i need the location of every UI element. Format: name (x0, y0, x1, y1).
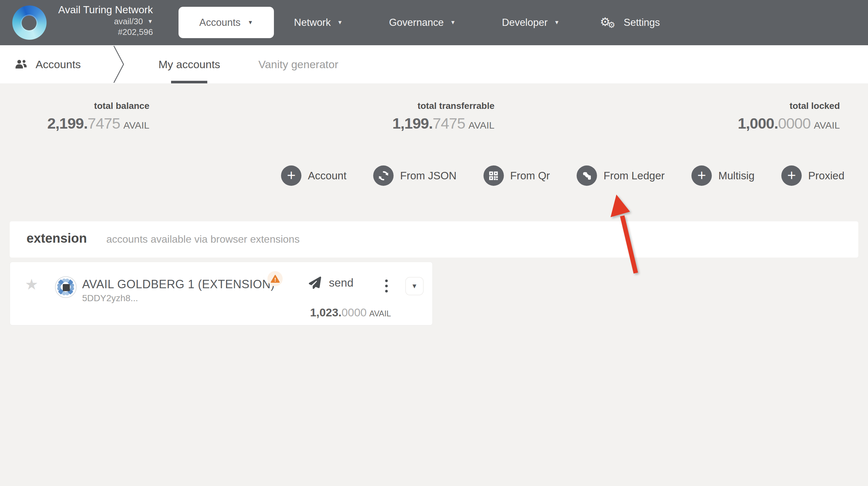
avail-logo-icon (12, 5, 46, 40)
stat-total-balance: total balance 2,199.7475AVAIL (47, 101, 149, 132)
nav-settings-label: Settings (624, 17, 660, 28)
more-options-button[interactable] (384, 278, 389, 294)
chain-spec-selector[interactable]: avail/30 ▼ (114, 16, 153, 27)
section-head: Accounts (15, 45, 81, 84)
avail-logo-hole (22, 15, 36, 30)
add-qr-button[interactable]: From Qr (484, 165, 550, 186)
refresh-icon (373, 165, 394, 186)
nav-accounts-label: Accounts (199, 17, 241, 28)
extension-table-header: extension accounts available via browser… (10, 221, 858, 258)
nav-governance-label: Governance (389, 17, 444, 28)
paper-plane-icon (308, 277, 322, 289)
nav-governance[interactable]: Governance ▼ (389, 0, 456, 45)
plus-icon: + (781, 165, 802, 186)
breadcrumb-chevron (113, 45, 125, 84)
topbar: Avail Turing Network avail/30 ▼ #202,596… (0, 0, 868, 45)
account-row: ★ AVAIL GOLDBERG 1 (EXTENSION) 5DDY2yzh8… (10, 262, 433, 325)
ledger-icon (577, 165, 597, 186)
nav-developer[interactable]: Developer ▼ (502, 0, 559, 45)
warning-badge[interactable] (268, 271, 283, 286)
stat-total-locked: total locked 1,000.0000AVAIL (738, 101, 840, 132)
nav-settings[interactable]: ⚙⚙ Settings (600, 0, 660, 45)
chevron-down-icon: ▼ (148, 16, 153, 27)
page: Avail Turing Network avail/30 ▼ #202,596… (0, 0, 868, 486)
chain-spec-label: avail/30 (114, 16, 143, 27)
stat-value: 1,000.0000AVAIL (738, 115, 840, 132)
account-name: AVAIL GOLDBERG 1 (EXTENSION) (82, 278, 275, 291)
plus-icon: + (691, 165, 712, 186)
stat-total-transferrable: total transferrable 1,199.7475AVAIL (392, 101, 494, 132)
stat-value: 1,199.7475AVAIL (392, 115, 494, 132)
network-title: Avail Turing Network (58, 3, 153, 16)
table-title: extension (27, 231, 87, 246)
nav-network-label: Network (294, 17, 331, 28)
account-address: 5DDY2yzh8... (82, 293, 138, 303)
identicon-center (63, 284, 70, 291)
chevron-down-icon: ▼ (337, 20, 343, 26)
expand-row-button[interactable]: ▼ (405, 277, 424, 295)
stat-value: 2,199.7475AVAIL (47, 115, 149, 132)
add-proxied-button[interactable]: + Proxied (781, 165, 844, 186)
tabbar: Accounts My accounts Vanity generator (0, 45, 868, 84)
send-label: send (329, 276, 353, 289)
plus-icon: + (281, 165, 301, 186)
account-identicon[interactable] (55, 276, 76, 298)
add-account-button[interactable]: + Account (281, 165, 346, 186)
nav-accounts-button[interactable]: Accounts ▼ (179, 7, 274, 38)
restore-json-button[interactable]: From JSON (373, 165, 456, 186)
account-actions-row: + Account From JSON From Qr (281, 165, 844, 186)
stat-label: total balance (47, 101, 149, 111)
stat-label: total transferrable (392, 101, 494, 111)
favorite-star-icon[interactable]: ★ (25, 277, 38, 292)
account-balance: 1,023.0000AVAIL (310, 306, 391, 319)
tab-vanity-generator[interactable]: Vanity generator (258, 45, 338, 84)
chevron-down-icon: ▼ (411, 283, 418, 290)
warning-triangle-icon (270, 274, 280, 284)
chevron-down-icon: ▼ (554, 20, 559, 26)
brand-block: Avail Turing Network avail/30 ▼ #202,596 (58, 3, 153, 37)
chevron-down-icon: ▼ (248, 20, 253, 26)
section-label: Accounts (36, 58, 81, 71)
add-ledger-button[interactable]: From Ledger (577, 165, 664, 186)
chevron-down-icon: ▼ (450, 20, 456, 26)
table-subtitle: accounts available via browser extension… (106, 233, 300, 245)
nav-network[interactable]: Network ▼ (294, 0, 343, 45)
gears-icon: ⚙⚙ (600, 16, 615, 29)
qr-icon (484, 165, 504, 186)
add-multisig-button[interactable]: + Multisig (691, 165, 754, 186)
block-number: #202,596 (118, 27, 153, 37)
nav-developer-label: Developer (502, 17, 548, 28)
send-button[interactable]: send (308, 276, 353, 289)
tab-my-accounts[interactable]: My accounts (158, 45, 220, 84)
stat-label: total locked (738, 101, 840, 111)
people-icon (15, 59, 28, 70)
